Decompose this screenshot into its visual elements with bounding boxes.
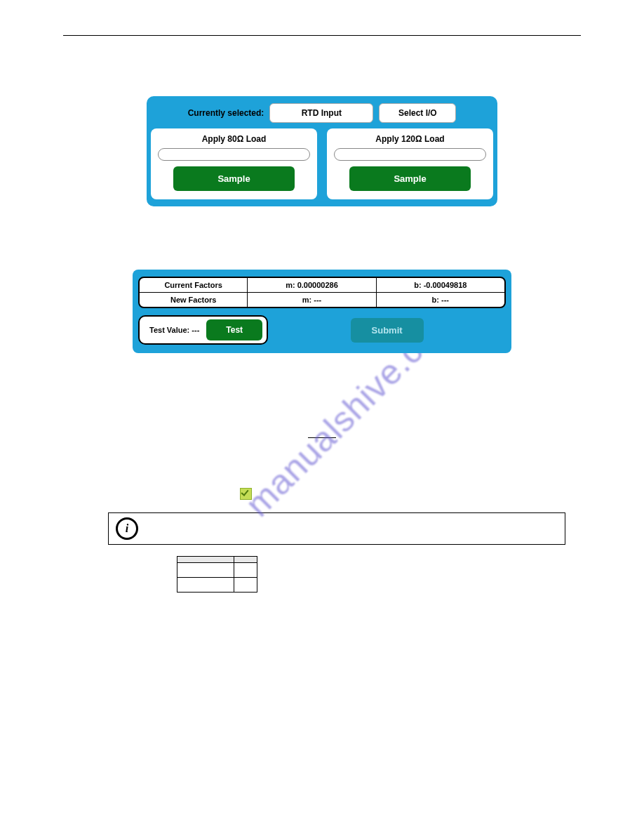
apply-120-load-title: Apply 120Ω Load xyxy=(375,134,444,144)
top-divider xyxy=(63,35,581,36)
current-m-value: m: 0.00000286 xyxy=(248,278,376,292)
current-factors-row: Current Factors m: 0.00000286 b: -0.0004… xyxy=(140,278,504,293)
test-button[interactable]: Test xyxy=(206,319,262,340)
submit-button[interactable]: Submit xyxy=(351,318,424,343)
table-header-1 xyxy=(177,557,234,563)
new-factors-label: New Factors xyxy=(140,293,248,307)
apply-80-load-title: Apply 80Ω Load xyxy=(202,134,267,144)
sample-120-button[interactable]: Sample xyxy=(349,166,471,191)
load-120-input[interactable] xyxy=(334,148,486,161)
current-factors-label: Current Factors xyxy=(140,278,248,292)
factors-panel: Current Factors m: 0.00000286 b: -0.0004… xyxy=(133,270,511,353)
checkmark-icon xyxy=(240,488,252,500)
new-m-value: m: --- xyxy=(248,293,376,307)
rtd-input-display: RTD Input xyxy=(269,103,373,123)
table-row xyxy=(177,563,257,578)
info-callout: i xyxy=(108,512,565,545)
table-cell xyxy=(234,578,257,593)
currently-selected-label: Currently selected: xyxy=(188,108,264,118)
document-page: manualshive.com Currently selected: RTD … xyxy=(0,0,644,834)
table-cell xyxy=(177,563,234,578)
small-table xyxy=(177,556,257,593)
apply-120-load-card: Apply 120Ω Load Sample xyxy=(327,128,493,199)
table-row xyxy=(177,578,257,593)
factors-table: Current Factors m: 0.00000286 b: -0.0004… xyxy=(138,277,506,308)
table-header-row xyxy=(177,557,257,563)
new-b-value: b: --- xyxy=(377,293,504,307)
test-value-label: Test Value: --- xyxy=(144,326,199,334)
apply-80-load-card: Apply 80Ω Load Sample xyxy=(151,128,317,199)
current-b-value: b: -0.00049818 xyxy=(377,278,504,292)
rtd-panel: Currently selected: RTD Input Select I/O… xyxy=(147,96,497,206)
table-cell xyxy=(234,563,257,578)
sample-80-button[interactable]: Sample xyxy=(173,166,295,191)
underline-rule xyxy=(308,437,336,438)
new-factors-row: New Factors m: --- b: --- xyxy=(140,293,504,307)
table-header-2 xyxy=(234,557,257,563)
table-cell xyxy=(177,578,234,593)
info-icon: i xyxy=(116,517,138,540)
select-io-button[interactable]: Select I/O xyxy=(379,103,456,123)
test-value-group: Test Value: --- Test xyxy=(138,315,268,345)
load-80-input[interactable] xyxy=(158,148,310,161)
rtd-panel-header: Currently selected: RTD Input Select I/O xyxy=(155,103,489,123)
